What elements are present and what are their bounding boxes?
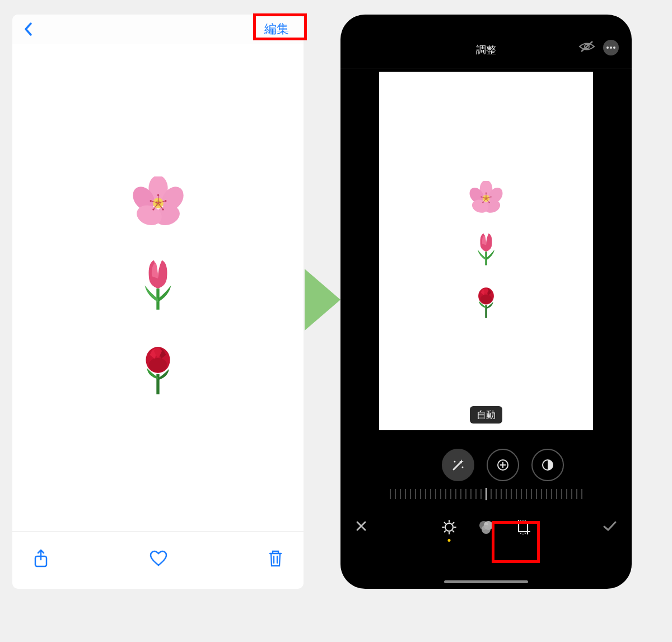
editor-canvas-wrap: 自動 — [340, 68, 632, 444]
svg-rect-44 — [519, 523, 528, 532]
photo-editor-screen: 調整 自動 — [340, 15, 632, 589]
back-button[interactable] — [19, 20, 38, 39]
share-button[interactable] — [32, 548, 49, 571]
home-indicator[interactable] — [444, 580, 528, 583]
editor-canvas[interactable]: 自動 — [379, 72, 593, 430]
cherry-blossom-icon — [469, 181, 503, 216]
svg-line-40 — [453, 523, 454, 524]
editor-topbar: 調整 — [340, 15, 632, 68]
svg-line-39 — [445, 531, 446, 532]
viewer-topbar: 編集 — [12, 15, 304, 44]
editor-bottombar — [340, 502, 632, 552]
editor-title: 調整 — [476, 43, 496, 57]
photo-viewer-screen: 編集 — [12, 15, 304, 589]
filters-mode-button[interactable] — [476, 517, 496, 537]
rose-icon — [470, 281, 502, 321]
viewer-bottombar — [12, 531, 304, 587]
edit-button[interactable]: 編集 — [256, 16, 297, 42]
brightness-tool[interactable] — [487, 449, 519, 481]
auto-enhance-pill[interactable]: 自動 — [470, 406, 502, 424]
confirm-button[interactable] — [603, 520, 617, 534]
svg-line-37 — [445, 523, 446, 524]
svg-line-38 — [453, 531, 454, 532]
svg-point-27 — [462, 467, 464, 468]
cherry-blossom-icon — [132, 176, 185, 230]
svg-point-32 — [445, 523, 453, 531]
favorite-button[interactable] — [149, 550, 168, 569]
svg-point-24 — [610, 46, 612, 49]
photo-canvas — [12, 44, 304, 531]
arrow-connector — [305, 269, 344, 331]
svg-point-43 — [482, 525, 491, 534]
more-options-button[interactable] — [603, 39, 619, 56]
adjust-tools-row — [340, 444, 632, 486]
svg-point-23 — [606, 46, 609, 49]
tulip-icon — [133, 251, 183, 315]
svg-point-25 — [613, 46, 615, 49]
delete-button[interactable] — [268, 549, 283, 570]
contrast-tool[interactable] — [531, 449, 564, 481]
rose-icon — [133, 337, 183, 398]
tulip-icon — [470, 227, 502, 269]
adjustment-dial[interactable] — [340, 486, 632, 502]
adjust-mode-button[interactable] — [439, 517, 459, 537]
visibility-toggle-button[interactable] — [578, 39, 595, 56]
cancel-button[interactable] — [355, 520, 367, 534]
magic-wand-tool[interactable] — [442, 449, 474, 481]
svg-point-26 — [454, 461, 456, 463]
crop-mode-button[interactable] — [513, 517, 533, 537]
